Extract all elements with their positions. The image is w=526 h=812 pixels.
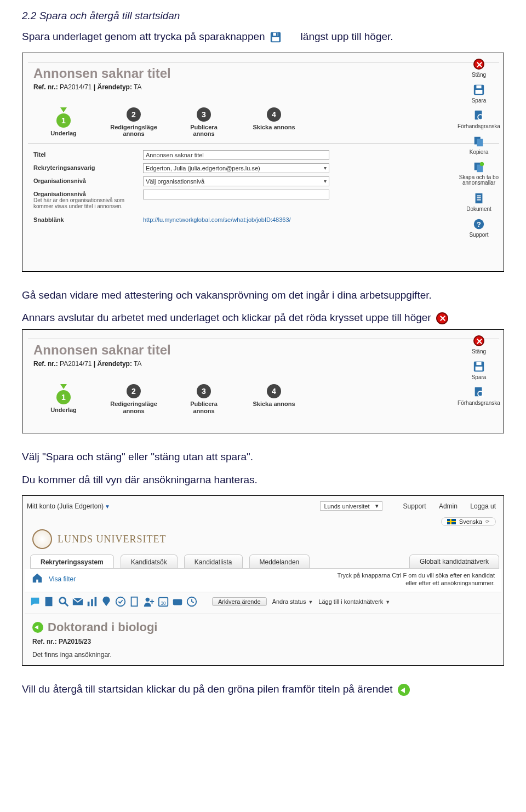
search-hint: Tryck på knapparna Ctrl F om du vill sök… bbox=[325, 572, 495, 587]
step-1[interactable]: 1 Underlag bbox=[39, 107, 88, 138]
toolbar-icon-6[interactable] bbox=[100, 596, 112, 608]
close-button[interactable]: Stäng bbox=[458, 334, 500, 354]
svg-point-36 bbox=[146, 597, 150, 601]
preview-button[interactable]: Förhandsgranska bbox=[458, 386, 500, 406]
tab-messages[interactable]: Meddelanden bbox=[249, 554, 310, 568]
template-button[interactable]: Skapa och ta bo annonsmallar bbox=[458, 161, 500, 186]
svg-point-14 bbox=[480, 162, 484, 165]
show-filter-link[interactable]: Visa filter bbox=[49, 575, 76, 583]
svg-rect-17 bbox=[477, 197, 481, 198]
svg-rect-22 bbox=[476, 367, 483, 370]
save-icon bbox=[472, 83, 485, 96]
status-dropdown[interactable]: Ändra status▼ bbox=[272, 598, 313, 605]
job-title: Doktorand i biologi bbox=[48, 620, 157, 634]
screenshot-edit-full: Annonsen saknar titel Ref. nr.: PA2014/7… bbox=[22, 53, 504, 272]
input-title[interactable]: Annonsen saknar titel bbox=[143, 150, 329, 160]
step-2[interactable]: 2Redigeringsläge annons bbox=[109, 384, 158, 414]
close-icon bbox=[436, 312, 448, 324]
add-network-dropdown[interactable]: Lägg till i kontaktnätverk▼ bbox=[318, 598, 390, 605]
save-button[interactable]: Spara bbox=[458, 83, 500, 104]
support-button[interactable]: ? Support bbox=[458, 218, 500, 238]
label-quicklink: Snabblänk bbox=[33, 213, 138, 223]
no-applications-text: Det finns inga ansökningar. bbox=[32, 651, 496, 659]
paragraph-dashboard-intro: Du kommer då till vyn där ansökningarna … bbox=[22, 473, 504, 487]
svg-rect-39 bbox=[173, 599, 182, 605]
step-2[interactable]: 2Redigeringsläge annons bbox=[109, 107, 158, 138]
preview-button[interactable]: Förhandsgranska bbox=[458, 109, 500, 129]
save-icon bbox=[269, 31, 282, 43]
paragraph-choose-close: Välj "Spara och stäng" eller "stäng utan… bbox=[22, 450, 504, 464]
template-icon bbox=[472, 161, 485, 174]
label-orglevel: Organisationsnivå bbox=[33, 176, 138, 186]
panel-subtitle: Ref. nr.: PA2014/71 | Ärendetyp: TA bbox=[33, 83, 499, 91]
save-button[interactable]: Spara bbox=[458, 360, 500, 380]
org-dropdown[interactable]: Lunds universitet▾ bbox=[320, 501, 382, 511]
step-3[interactable]: 3Publicera annons bbox=[179, 384, 228, 414]
svg-rect-6 bbox=[476, 85, 481, 88]
job-ref: Ref. nr.: PA2015/23 bbox=[32, 638, 496, 645]
toolbar-icon-11[interactable] bbox=[171, 596, 184, 608]
step-1[interactable]: 1Underlag bbox=[39, 384, 88, 414]
svg-rect-5 bbox=[476, 90, 483, 94]
flag-se-icon bbox=[447, 519, 456, 524]
right-action-column: Stäng Spara Förhandsgranska bbox=[458, 334, 500, 406]
tab-candidate-list[interactable]: Kandidatlista bbox=[184, 554, 243, 568]
text-before-save-icon: Spara underlaget genom att trycka på spa… bbox=[22, 31, 265, 42]
toolbar-icon-5[interactable] bbox=[86, 596, 98, 608]
copy-icon bbox=[472, 135, 485, 148]
panel-title: Annonsen saknar titel bbox=[33, 66, 499, 81]
toolbar-icon-4[interactable] bbox=[72, 596, 84, 608]
wizard-steps: 1Underlag 2Redigeringsläge annons 3Publi… bbox=[39, 384, 499, 414]
preview-icon bbox=[472, 109, 485, 122]
select-responsible[interactable]: Edgerton, Julia (julia.edgerton@pers.lu.… bbox=[143, 163, 329, 173]
link-logout[interactable]: Logga ut bbox=[470, 502, 496, 510]
svg-rect-33 bbox=[95, 597, 97, 606]
account-menu[interactable]: Mitt konto (Julia Edgerton)▼ bbox=[27, 502, 110, 510]
toolbar-icon-3[interactable] bbox=[58, 596, 70, 608]
toolbar-icon-7[interactable] bbox=[115, 596, 127, 608]
university-seal-icon bbox=[32, 529, 52, 549]
quicklink-value[interactable]: http://lu.mynetworkglobal.com/se/what:jo… bbox=[143, 213, 329, 223]
copy-button[interactable]: Kopiera bbox=[458, 135, 500, 155]
wizard-steps: 1 Underlag 2Redigeringsläge annons 3Publ… bbox=[39, 107, 499, 138]
step-4[interactable]: 4Skicka annons bbox=[249, 384, 299, 414]
toolbar-icon-8[interactable] bbox=[129, 596, 141, 608]
link-admin[interactable]: Admin bbox=[439, 502, 458, 510]
tab-candidate-search[interactable]: Kandidatsök bbox=[121, 554, 178, 568]
toolbar-icon-10[interactable]: 30 bbox=[157, 596, 169, 608]
document-button[interactable]: Dokument bbox=[458, 192, 500, 212]
back-icon[interactable] bbox=[32, 622, 43, 633]
close-button[interactable]: Stäng bbox=[458, 58, 500, 78]
svg-rect-3 bbox=[276, 33, 278, 36]
preview-icon bbox=[472, 386, 485, 399]
step-4[interactable]: 4Skicka annons bbox=[249, 107, 299, 138]
home-icon[interactable] bbox=[31, 572, 43, 586]
label-orglevel-2: Organisationsnivå bbox=[33, 190, 138, 197]
toolbar-icon-9[interactable] bbox=[143, 596, 155, 608]
document-icon bbox=[472, 192, 485, 205]
svg-rect-11 bbox=[477, 139, 483, 146]
svg-rect-16 bbox=[477, 195, 481, 196]
brand-header: LUNDS UNIVERSITET bbox=[32, 529, 501, 549]
support-icon: ? bbox=[472, 218, 485, 231]
tab-recruitment[interactable]: Rekryteringssystem bbox=[30, 554, 114, 568]
svg-rect-18 bbox=[477, 199, 481, 200]
tab-global-network[interactable]: Globalt kandidatnätverk bbox=[409, 554, 499, 568]
input-orglevel-2[interactable] bbox=[143, 190, 329, 199]
right-action-column: Stäng Spara Förhandsgranska Kopiera Skap… bbox=[458, 58, 500, 238]
action-icon-row: 30 Arkivera ärende Ändra status▼ Lägg ti… bbox=[25, 592, 501, 613]
close-icon bbox=[473, 59, 484, 70]
paragraph-close-instruction: Annars avslutar du arbetet med underlage… bbox=[22, 311, 504, 325]
select-orglevel[interactable]: Välj organisationsnivå▾ bbox=[143, 176, 329, 186]
language-selector[interactable]: Svenska ⟳ bbox=[441, 517, 496, 526]
step-3[interactable]: 3Publicera annons bbox=[179, 107, 228, 138]
svg-rect-35 bbox=[132, 597, 138, 606]
toolbar-icon-2[interactable] bbox=[43, 596, 55, 608]
link-support[interactable]: Support bbox=[403, 502, 426, 510]
archive-button[interactable]: Arkivera ärende bbox=[212, 597, 267, 606]
svg-rect-1 bbox=[272, 37, 279, 41]
toolbar-icon-1[interactable] bbox=[29, 596, 41, 608]
back-icon bbox=[398, 684, 410, 696]
toolbar-icon-12[interactable] bbox=[186, 596, 198, 608]
paragraph-save-instruction: Spara underlaget genom att trycka på spa… bbox=[22, 30, 504, 44]
